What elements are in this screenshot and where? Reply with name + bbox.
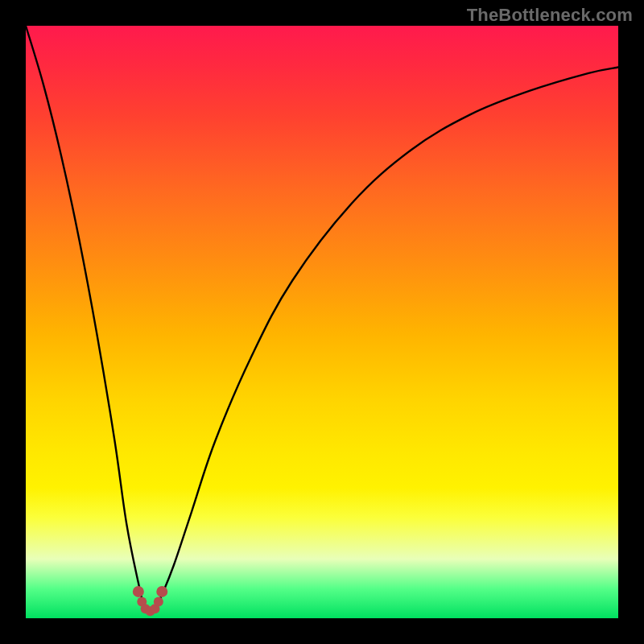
min-marker (133, 586, 144, 597)
min-marker (156, 586, 167, 597)
min-marker (154, 597, 163, 606)
watermark-text: TheBottleneck.com (467, 5, 633, 26)
min-region-markers (133, 586, 167, 616)
chart-frame: TheBottleneck.com (0, 0, 644, 644)
chart-plot-area (26, 26, 618, 618)
bottleneck-curve (26, 26, 618, 613)
